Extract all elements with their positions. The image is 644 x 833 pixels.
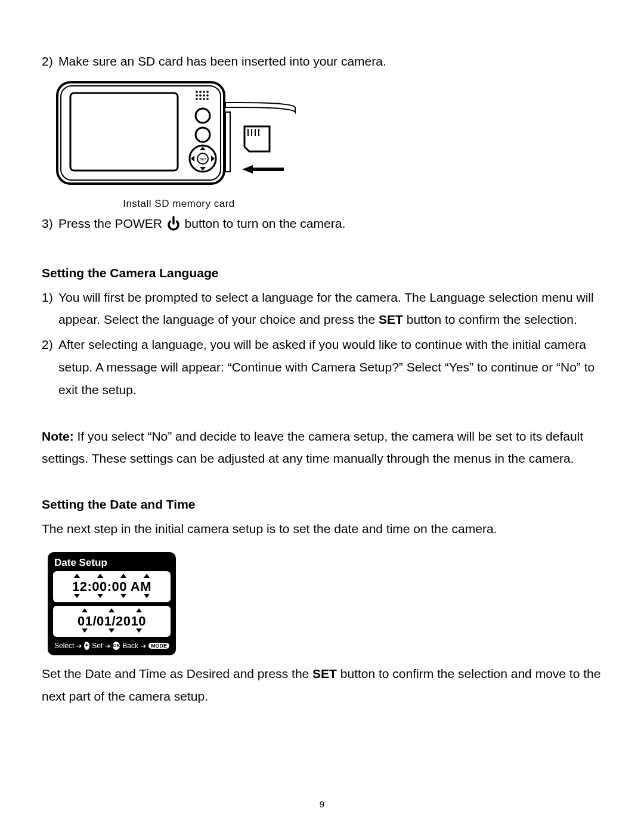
mode-pill: MODE — [148, 643, 169, 649]
triangle-up-icon — [144, 574, 150, 578]
list-number: 2) — [42, 333, 58, 401]
date-after-text: Set the Date and Time as Desired and pre… — [42, 662, 602, 708]
footer-set-label: Set — [92, 642, 103, 650]
text-before-icon: Press the POWER — [58, 216, 166, 230]
triangle-up-icon — [120, 574, 126, 578]
manual-page: 2) Make sure an SD card has been inserte… — [0, 0, 644, 833]
svg-point-11 — [196, 98, 197, 100]
list-number: 2) — [42, 50, 58, 73]
note-label: Note: — [42, 429, 74, 443]
svg-point-7 — [196, 95, 197, 96]
figure-caption: Install SD memory card — [54, 198, 304, 210]
svg-point-6 — [207, 91, 208, 92]
svg-rect-24 — [225, 112, 230, 172]
arrow-right-icon: ➔ — [76, 642, 82, 650]
svg-point-15 — [196, 109, 210, 123]
svg-point-10 — [207, 95, 208, 96]
svg-point-13 — [203, 98, 205, 100]
svg-rect-2 — [70, 93, 178, 171]
section-title-language: Setting the Camera Language — [42, 266, 602, 280]
step-text: Press the POWER button to turn on the ca… — [58, 212, 602, 239]
language-step-2: 2) After selecting a language, you will … — [42, 333, 602, 401]
footer-select-label: Select — [54, 642, 74, 650]
time-field: 12:00:00 AM — [53, 571, 171, 602]
triangle-down-icon — [109, 628, 114, 633]
svg-point-4 — [200, 91, 201, 92]
list-number: 1) — [42, 286, 58, 332]
time-down-arrows — [53, 594, 171, 600]
date-setup-title: Date Setup — [49, 554, 174, 571]
figure-camera-sd: SET Install — [54, 79, 602, 210]
date-down-arrows — [53, 628, 171, 634]
note-block: Note: If you select “No” and decide to l… — [42, 425, 602, 470]
triangle-up-icon — [74, 574, 80, 578]
arrow-right-icon: ➔ — [141, 642, 146, 650]
step-text: You will first be prompted to select a l… — [58, 286, 602, 332]
svg-rect-29 — [250, 168, 284, 171]
svg-point-14 — [207, 98, 208, 100]
date-setup-footer: Select ➔ ✦ Set ➔ OK Back ➔ MODE — [49, 640, 174, 654]
triangle-down-icon — [82, 628, 88, 633]
date-intro: The next step in the initial camera setu… — [42, 518, 602, 540]
text-part-b: button to confirm the selection. — [403, 312, 577, 326]
svg-point-16 — [196, 128, 210, 142]
date-field: 01/01/2010 — [53, 606, 171, 637]
page-number: 9 — [0, 799, 644, 809]
triangle-down-icon — [136, 628, 142, 633]
set-button-label: SET — [312, 667, 337, 680]
svg-point-9 — [203, 95, 205, 96]
triangle-up-icon — [109, 608, 114, 612]
camera-diagram: SET — [54, 79, 304, 192]
step-text: Make sure an SD card has been inserted i… — [58, 50, 602, 73]
svg-text:SET: SET — [199, 157, 206, 161]
svg-marker-30 — [242, 165, 253, 174]
triangle-up-icon — [82, 608, 88, 612]
time-value: 12:00:00 AM — [53, 580, 171, 594]
power-icon — [166, 216, 181, 239]
svg-point-8 — [200, 95, 201, 96]
set-button-label: SET — [379, 312, 403, 326]
list-number: 3) — [42, 212, 58, 239]
svg-point-5 — [203, 91, 205, 92]
step-2: 2) Make sure an SD card has been inserte… — [42, 50, 602, 73]
note-text: If you select “No” and decide to leave t… — [42, 429, 583, 466]
date-setup-panel: Date Setup 12:00:00 AM — [48, 552, 176, 655]
triangle-down-icon — [144, 594, 150, 598]
language-step-1: 1) You will first be prompted to select … — [42, 286, 602, 332]
step-text: After selecting a language, you will be … — [58, 333, 602, 401]
svg-point-3 — [196, 91, 197, 92]
text-part-a: Set the Date and Time as Desired and pre… — [42, 667, 312, 680]
triangle-down-icon — [97, 594, 103, 598]
arrow-right-icon: ➔ — [105, 642, 110, 650]
text-after-icon: button to turn on the camera. — [185, 216, 346, 230]
date-setup-frame: Date Setup 12:00:00 AM — [48, 552, 176, 655]
triangle-up-icon — [136, 608, 142, 612]
triangle-up-icon — [97, 574, 103, 578]
footer-back-label: Back — [122, 642, 138, 650]
dpad-icon: ✦ — [84, 642, 89, 650]
step-3: 3) Press the POWER button to turn on the… — [42, 212, 602, 239]
triangle-down-icon — [74, 594, 80, 598]
svg-point-12 — [200, 98, 201, 100]
triangle-down-icon — [120, 594, 126, 598]
date-value: 01/01/2010 — [53, 614, 171, 628]
section-title-date: Setting the Date and Time — [42, 497, 602, 512]
ok-icon: OK — [113, 642, 120, 650]
